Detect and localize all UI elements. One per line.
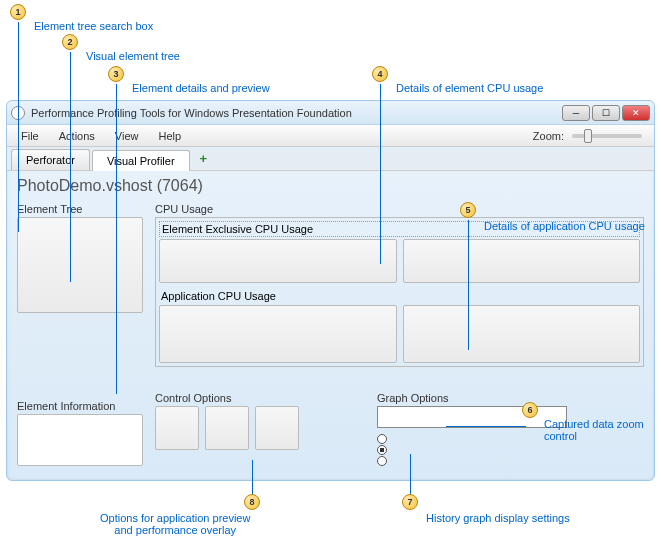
control-options: Control Options bbox=[155, 392, 365, 466]
control-options-label: Control Options bbox=[155, 392, 365, 404]
left-column: Element Tree Element Information bbox=[17, 203, 143, 466]
callout-badge-7: 7 bbox=[402, 494, 418, 510]
tab-bar: Perforator Visual Profiler + bbox=[7, 147, 654, 171]
maximize-button[interactable]: ☐ bbox=[592, 105, 620, 121]
menu-view[interactable]: View bbox=[105, 128, 149, 144]
callout-text-6: Captured data zoom control bbox=[544, 418, 661, 442]
zoom-slider[interactable] bbox=[572, 134, 642, 138]
callout-text-3: Element details and preview bbox=[132, 82, 270, 94]
element-cpu-graph-left bbox=[159, 239, 397, 283]
app-cpu-graph-left bbox=[159, 305, 397, 363]
callout-badge-3: 3 bbox=[108, 66, 124, 82]
element-tree-label: Element Tree bbox=[17, 203, 143, 215]
callout-text-5: Details of application CPU usage bbox=[484, 220, 645, 232]
minimize-button[interactable]: ─ bbox=[562, 105, 590, 121]
element-cpu-graph-right bbox=[403, 239, 641, 283]
graph-options-label: Graph Options bbox=[377, 392, 644, 404]
callout-badge-2: 2 bbox=[62, 34, 78, 50]
control-option-2[interactable] bbox=[205, 406, 249, 450]
application-cpu-label: Application CPU Usage bbox=[159, 289, 640, 303]
callout-text-8: Options for application preview and perf… bbox=[100, 512, 250, 536]
callout-text-2: Visual element tree bbox=[86, 50, 180, 62]
callout-line bbox=[410, 454, 411, 496]
callout-text-1: Element tree search box bbox=[34, 20, 153, 32]
titlebar[interactable]: Performance Profiling Tools for Windows … bbox=[7, 101, 654, 125]
cpu-usage-label: CPU Usage bbox=[155, 203, 644, 215]
zoom-slider-thumb[interactable] bbox=[584, 129, 592, 143]
menu-help[interactable]: Help bbox=[148, 128, 191, 144]
control-option-1[interactable] bbox=[155, 406, 199, 450]
tab-add-button[interactable]: + bbox=[192, 147, 216, 170]
graph-zoom-field[interactable] bbox=[377, 406, 567, 428]
callout-line bbox=[18, 22, 19, 232]
callout-line bbox=[468, 220, 469, 350]
callout-line bbox=[446, 426, 526, 427]
zoom-label: Zoom: bbox=[533, 130, 568, 142]
callout-text-4: Details of element CPU usage bbox=[396, 82, 543, 94]
close-button[interactable]: ✕ bbox=[622, 105, 650, 121]
callout-badge-6: 6 bbox=[522, 402, 538, 418]
element-info-label: Element Information bbox=[17, 400, 143, 412]
menu-actions[interactable]: Actions bbox=[49, 128, 105, 144]
callout-badge-1: 1 bbox=[10, 4, 26, 20]
menu-file[interactable]: File bbox=[11, 128, 49, 144]
callout-line bbox=[380, 84, 381, 264]
cpu-usage-box: Element Exclusive CPU Usage Application … bbox=[155, 217, 644, 367]
window-title: Performance Profiling Tools for Windows … bbox=[31, 107, 352, 119]
control-option-3[interactable] bbox=[255, 406, 299, 450]
tab-visual-profiler[interactable]: Visual Profiler bbox=[92, 150, 190, 171]
callout-line bbox=[70, 52, 71, 282]
app-cpu-graph-right bbox=[403, 305, 641, 363]
page-title: PhotoDemo.vshost (7064) bbox=[17, 177, 644, 195]
graph-radio-2[interactable] bbox=[377, 445, 387, 455]
callout-line bbox=[116, 84, 117, 394]
graph-radio-1[interactable] bbox=[377, 434, 387, 444]
callout-badge-4: 4 bbox=[372, 66, 388, 82]
callout-badge-8: 8 bbox=[244, 494, 260, 510]
graph-radio-3[interactable] bbox=[377, 456, 387, 466]
tab-perforator[interactable]: Perforator bbox=[11, 149, 90, 170]
callout-badge-5: 5 bbox=[460, 202, 476, 218]
element-info-panel bbox=[17, 414, 143, 466]
element-tree-panel[interactable] bbox=[17, 217, 143, 313]
callout-line bbox=[252, 460, 253, 496]
menu-bar: File Actions View Help Zoom: bbox=[7, 125, 654, 147]
callout-text-7: History graph display settings bbox=[426, 512, 570, 524]
